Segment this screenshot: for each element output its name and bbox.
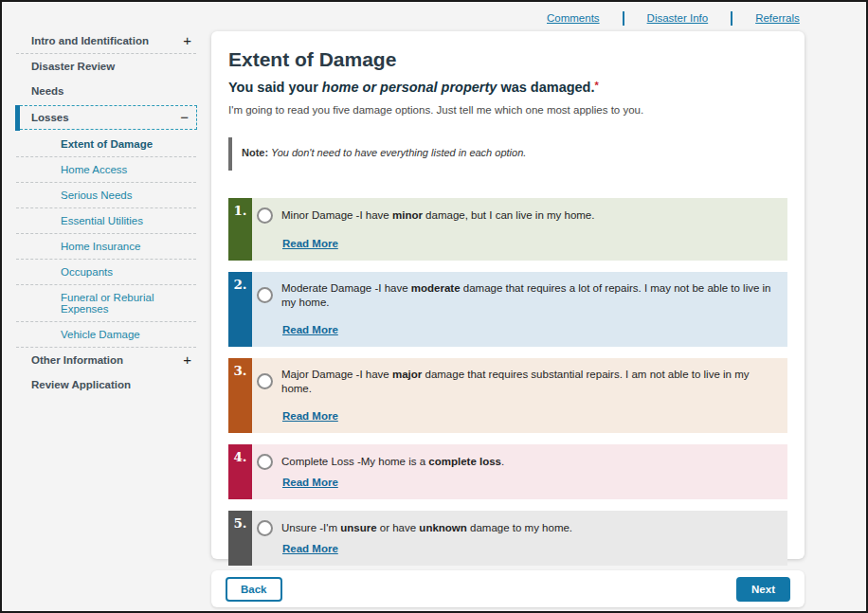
damage-option-row-5: 5.Unsure -I'm unsure or have unknown dam… [228, 511, 787, 566]
required-asterisk: * [595, 80, 599, 91]
option-text: Major Damage -I have major damage that r… [281, 368, 776, 396]
option-number-badge: 4. [228, 444, 252, 499]
toplink-disaster-info[interactable]: Disaster Info [647, 12, 709, 24]
read-more-link-1[interactable]: Read More [282, 238, 338, 249]
sidebar-item-label: Intro and Identification [31, 35, 149, 46]
sidebar-item-occupants[interactable]: Occupants [15, 260, 197, 284]
option-text: Minor Damage -I have minor damage, but I… [281, 208, 594, 223]
option-line: Moderate Damage -I have moderate damage … [257, 281, 776, 310]
sidebar-nav: Intro and Identification+Disaster Review… [15, 28, 197, 397]
sidebar-item-disaster-review[interactable]: Disaster Review [15, 54, 197, 79]
damage-options-list: 1.Minor Damage -I have minor damage, but… [228, 198, 787, 566]
footer-bar: Back Next [211, 570, 805, 607]
option-number-badge: 5. [228, 511, 252, 566]
sidebar-item-serious-needs[interactable]: Serious Needs [15, 183, 197, 207]
note-body: Note: You don't need to have everything … [232, 137, 526, 171]
damage-option-row-1: 1.Minor Damage -I have minor damage, but… [228, 198, 787, 261]
sidebar-item-intro-and-identification[interactable]: Intro and Identification+ [15, 28, 197, 53]
collapse-minus-icon[interactable]: − [180, 113, 189, 122]
read-more-link-2[interactable]: Read More [282, 324, 338, 335]
sidebar-group-label: Losses [31, 112, 69, 123]
sidebar-group-losses[interactable]: Losses− [15, 105, 197, 130]
sidebar-item-home-insurance[interactable]: Home Insurance [15, 234, 197, 259]
subtitle-before: You said your [228, 80, 322, 95]
expand-plus-icon[interactable]: + [183, 36, 191, 45]
sidebar-item-extent-of-damage[interactable]: Extent of Damage [15, 132, 197, 156]
active-group-bar [15, 105, 20, 131]
toplink-referrals[interactable]: Referrals [755, 12, 800, 24]
radio-option-5[interactable] [257, 520, 273, 536]
option-number-badge: 2. [228, 272, 252, 347]
radio-option-1[interactable] [257, 207, 273, 224]
intro-text: I'm going to read you five damage option… [228, 104, 787, 116]
option-text: Unsure -I'm unsure or have unknown damag… [281, 521, 572, 535]
option-body: Major Damage -I have major damage that r… [252, 358, 787, 433]
option-body: Unsure -I'm unsure or have unknown damag… [252, 511, 787, 566]
read-more-link-4[interactable]: Read More [282, 477, 338, 488]
header-links: CommentsDisaster InfoReferrals [547, 7, 800, 29]
subtitle-after: was damaged. [497, 80, 594, 95]
radio-option-2[interactable] [257, 287, 273, 303]
read-more-link-5[interactable]: Read More [282, 543, 338, 554]
damage-option-row-2: 2.Moderate Damage -I have moderate damag… [228, 272, 787, 347]
note-label: Note: [242, 147, 268, 158]
sidebar-item-review-application[interactable]: Review Application [15, 372, 197, 397]
next-button[interactable]: Next [736, 577, 790, 602]
option-line: Complete Loss -My home is a complete los… [257, 454, 776, 470]
option-text: Moderate Damage -I have moderate damage … [281, 281, 776, 310]
option-body: Complete Loss -My home is a complete los… [252, 444, 787, 499]
app-window: CommentsDisaster InfoReferrals Intro and… [0, 0, 868, 613]
toplink-comments[interactable]: Comments [547, 12, 600, 24]
sidebar-item-funeral-or-reburial-expenses[interactable]: Funeral or Reburial Expenses [15, 285, 197, 321]
subtitle-italic: home or personal property [322, 80, 497, 95]
option-body: Minor Damage -I have minor damage, but I… [252, 198, 787, 261]
option-line: Unsure -I'm unsure or have unknown damag… [257, 520, 776, 536]
damage-option-row-4: 4.Complete Loss -My home is a complete l… [228, 444, 787, 499]
option-number-badge: 1. [228, 198, 252, 261]
sidebar-item-label: Disaster Review [31, 61, 115, 72]
back-button[interactable]: Back [226, 577, 282, 602]
sidebar-item-vehicle-damage[interactable]: Vehicle Damage [15, 322, 197, 347]
radio-option-4[interactable] [257, 454, 273, 470]
sidebar-item-label: Review Application [31, 379, 131, 390]
header-divider [623, 11, 624, 26]
sidebar-item-home-access[interactable]: Home Access [15, 157, 197, 182]
note-box: Note: You don't need to have everything … [228, 137, 787, 171]
sidebar-item-other-information[interactable]: Other Information+ [15, 348, 197, 372]
sidebar-item-needs[interactable]: Needs [15, 79, 197, 103]
header-divider [731, 11, 732, 26]
expand-plus-icon[interactable]: + [183, 355, 191, 365]
read-more-link-3[interactable]: Read More [282, 410, 338, 422]
option-line: Major Damage -I have major damage that r… [257, 368, 776, 396]
question-subtitle: You said your home or personal property … [228, 80, 787, 95]
page-title: Extent of Damage [228, 48, 787, 71]
option-number-badge: 3. [228, 358, 252, 433]
sidebar-item-label: Other Information [31, 354, 123, 366]
note-text: You don't need to have everything listed… [268, 147, 526, 158]
main-card: Extent of Damage You said your home or p… [211, 31, 805, 559]
sidebar-item-essential-utilities[interactable]: Essential Utilities [15, 208, 197, 233]
option-text: Complete Loss -My home is a complete los… [281, 455, 504, 469]
sidebar-item-label: Needs [31, 85, 64, 97]
option-body: Moderate Damage -I have moderate damage … [252, 272, 787, 347]
radio-option-3[interactable] [257, 373, 273, 389]
damage-option-row-3: 3.Major Damage -I have major damage that… [228, 358, 787, 433]
option-line: Minor Damage -I have minor damage, but I… [257, 207, 776, 224]
